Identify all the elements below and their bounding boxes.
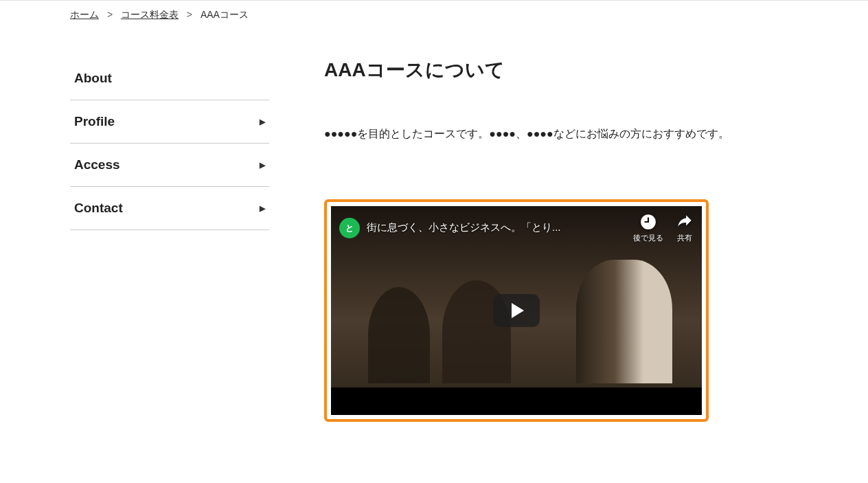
sidebar-item-profile[interactable]: Profile ▶ bbox=[70, 100, 269, 144]
sidebar-item-label: Access bbox=[74, 157, 120, 172]
svg-text:と: と bbox=[345, 223, 354, 233]
video-highlight-frame: と 街に息づく、小さなビジネスへ。「とり... 後で見る 共有 bbox=[324, 199, 709, 422]
sidebar-item-label: Profile bbox=[74, 114, 115, 129]
breadcrumb-separator: > bbox=[107, 9, 113, 20]
video-title: 街に息づく、小さなビジネスへ。「とり... bbox=[367, 221, 626, 234]
play-button[interactable] bbox=[493, 294, 540, 327]
sidebar-item-access[interactable]: Access ▶ bbox=[70, 144, 269, 187]
watch-later-label: 後で見る bbox=[633, 233, 663, 243]
breadcrumb-separator: > bbox=[187, 9, 192, 20]
chevron-right-icon: ▶ bbox=[260, 204, 265, 213]
sidebar-item-about[interactable]: About bbox=[70, 57, 269, 100]
clock-icon bbox=[639, 213, 657, 231]
video-bottombar bbox=[331, 387, 702, 415]
video-topbar: と 街に息づく、小さなビジネスへ。「とり... 後で見る 共有 bbox=[331, 206, 702, 247]
share-button[interactable]: 共有 bbox=[676, 213, 694, 243]
breadcrumb-current: AAAコース bbox=[201, 9, 249, 20]
sidebar: About Profile ▶ Access ▶ Contact ▶ bbox=[70, 57, 269, 422]
watch-later-button[interactable]: 後で見る bbox=[633, 213, 663, 243]
sidebar-item-label: Contact bbox=[74, 201, 123, 216]
chevron-right-icon: ▶ bbox=[260, 161, 265, 170]
course-description: ●●●●●を目的としたコースです。●●●●、●●●●などにお悩みの方におすすめで… bbox=[324, 124, 798, 144]
main-content: AAAコースについて ●●●●●を目的としたコースです。●●●●、●●●●などに… bbox=[324, 57, 798, 422]
chevron-right-icon: ▶ bbox=[260, 117, 265, 126]
video-player[interactable]: と 街に息づく、小さなビジネスへ。「とり... 後で見る 共有 bbox=[331, 206, 702, 415]
breadcrumb-link-pricing[interactable]: コース料金表 bbox=[121, 9, 179, 20]
sidebar-item-label: About bbox=[74, 71, 112, 86]
breadcrumb-link-home[interactable]: ホーム bbox=[70, 9, 99, 20]
channel-icon[interactable]: と bbox=[339, 218, 360, 238]
share-icon bbox=[676, 213, 694, 231]
sidebar-item-contact[interactable]: Contact ▶ bbox=[70, 187, 269, 230]
breadcrumb: ホーム > コース料金表 > AAAコース bbox=[70, 1, 798, 30]
share-label: 共有 bbox=[677, 233, 692, 243]
page-title: AAAコースについて bbox=[324, 57, 798, 83]
